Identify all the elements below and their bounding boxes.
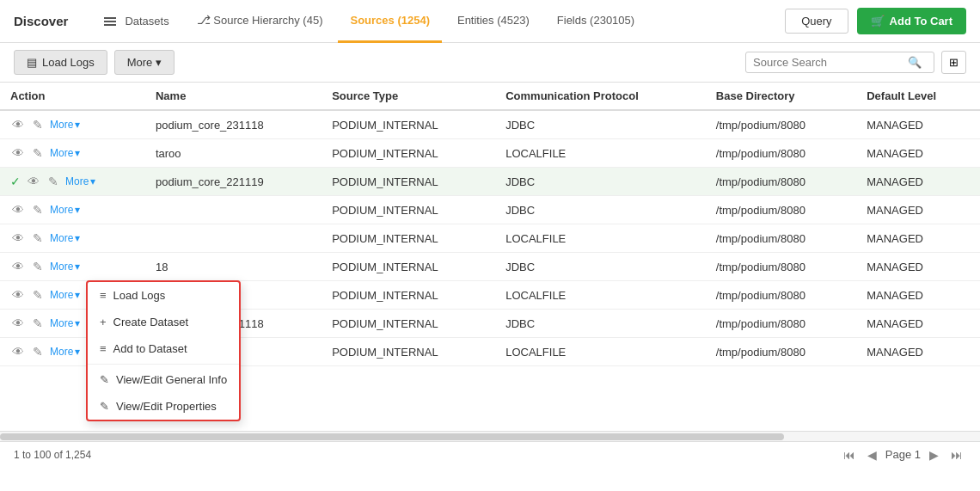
col-comm-protocol: Communication Protocol xyxy=(495,83,706,110)
source-search-box[interactable]: 🔍 xyxy=(745,52,934,73)
page-label: Page 1 xyxy=(885,448,921,461)
view-icon[interactable]: 👁 xyxy=(26,173,41,190)
search-icon: 🔍 xyxy=(908,56,922,69)
dropdown-item-label: View/Edit Properties xyxy=(116,400,217,413)
source-hierarchy-tab[interactable]: ⎇ Source Hierarchy (45) xyxy=(185,0,335,43)
more-link[interactable]: More ▾ xyxy=(50,119,80,131)
last-page-button[interactable]: ⏭ xyxy=(947,446,966,463)
source-type-cell: PODIUM_INTERNAL xyxy=(322,110,495,139)
check-icon: ✓ xyxy=(10,175,21,188)
menu-divider xyxy=(88,364,239,365)
source-type-cell: PODIUM_INTERNAL xyxy=(322,139,495,168)
grid-icon: ⊞ xyxy=(949,56,959,69)
source-search-input[interactable] xyxy=(753,56,908,69)
default-level-cell: MANAGED xyxy=(856,139,980,168)
dropdown-item[interactable]: ✎View/Edit Properties xyxy=(88,393,239,420)
caret-icon: ▾ xyxy=(75,232,80,244)
footer: 1 to 100 of 1,254 ⏮ ◀ Page 1 ▶ ⏭ xyxy=(0,441,980,467)
default-level-cell: MANAGED xyxy=(856,224,980,253)
view-icon[interactable]: 👁 xyxy=(10,144,26,162)
base-dir-cell: /tmp/podium/8080 xyxy=(706,224,856,253)
more-link[interactable]: More ▾ xyxy=(50,289,80,301)
action-cell: ✓ 👁 ✎ More ▾ xyxy=(0,168,145,196)
base-dir-cell: /tmp/podium/8080 xyxy=(706,110,856,139)
view-icon[interactable]: 👁 xyxy=(10,315,26,332)
more-link[interactable]: More ▾ xyxy=(50,232,80,244)
comm-protocol-cell: JDBC xyxy=(495,168,706,196)
more-link[interactable]: More ▾ xyxy=(50,147,80,159)
scrollbar-thumb[interactable] xyxy=(0,433,784,440)
edit-icon[interactable]: ✎ xyxy=(31,116,45,133)
source-type-cell: PODIUM_INTERNAL xyxy=(322,196,495,224)
name-cell: 18 xyxy=(145,253,322,281)
caret-icon: ▾ xyxy=(75,289,80,301)
dropdown-item[interactable]: ≡Load Logs xyxy=(88,282,239,309)
dropdown-item[interactable]: ✎View/Edit General Info xyxy=(88,366,239,393)
view-icon[interactable]: 👁 xyxy=(10,258,26,275)
default-level-cell: MANAGED xyxy=(856,338,980,366)
default-level-cell: MANAGED xyxy=(856,196,980,224)
edit-icon[interactable]: ✎ xyxy=(31,201,45,218)
edit-icon[interactable]: ✎ xyxy=(31,286,45,304)
table-icon: ▤ xyxy=(27,56,37,69)
dropdown-item[interactable]: +Create Dataset xyxy=(88,309,239,335)
action-cell: 👁 ✎ More ▾ xyxy=(0,110,145,139)
more-link[interactable]: More ▾ xyxy=(50,317,80,329)
pagination: ⏮ ◀ Page 1 ▶ ⏭ xyxy=(840,446,966,463)
view-icon[interactable]: 👁 xyxy=(10,230,26,247)
default-level-cell: MANAGED xyxy=(856,253,980,281)
table-container: Action Name Source Type Communication Pr… xyxy=(0,83,980,431)
view-icon[interactable]: 👁 xyxy=(10,201,26,218)
more-link[interactable]: More ▾ xyxy=(65,175,95,187)
more-link[interactable]: More ▾ xyxy=(50,261,80,273)
col-default-level: Default Level xyxy=(856,83,980,110)
comm-protocol-cell: JDBC xyxy=(495,310,706,338)
toolbar: ▤ Load Logs More ▾ 🔍 ⊞ xyxy=(0,43,980,83)
edit-icon[interactable]: ✎ xyxy=(46,173,60,190)
table-row: 👁 ✎ More ▾ tarooPODIUM_INTERNALLOCALFILE… xyxy=(0,139,980,168)
source-type-cell: PODIUM_INTERNAL xyxy=(322,224,495,253)
caret-icon: ▾ xyxy=(75,261,80,273)
view-icon[interactable]: 👁 xyxy=(10,116,26,133)
edit-icon[interactable]: ✎ xyxy=(31,230,45,247)
next-page-button[interactable]: ▶ xyxy=(926,446,942,463)
query-button[interactable]: Query xyxy=(785,9,848,34)
col-name: Name xyxy=(145,83,322,110)
add-to-cart-button[interactable]: 🛒 Add To Cart xyxy=(857,8,966,34)
view-icon[interactable]: 👁 xyxy=(10,286,26,304)
name-cell: podium_core_231118 xyxy=(145,110,322,139)
base-dir-cell: /tmp/podium/8080 xyxy=(706,196,856,224)
grid-view-button[interactable]: ⊞ xyxy=(941,51,966,74)
datasets-tab[interactable]: Datasets xyxy=(89,0,181,43)
edit-icon[interactable]: ✎ xyxy=(31,343,45,360)
edit-icon[interactable]: ✎ xyxy=(31,144,45,162)
more-dropdown-button[interactable]: More ▾ xyxy=(114,50,175,75)
more-link[interactable]: More ▾ xyxy=(50,346,80,358)
fields-tab[interactable]: Fields (230105) xyxy=(545,0,646,43)
more-link[interactable]: More ▾ xyxy=(50,204,80,216)
table-row: 👁 ✎ More ▾ 18PODIUM_INTERNALJDBC/tmp/pod… xyxy=(0,253,980,281)
prev-page-button[interactable]: ◀ xyxy=(864,446,880,463)
load-logs-button[interactable]: ▤ Load Logs xyxy=(14,50,107,75)
first-page-button[interactable]: ⏮ xyxy=(840,446,859,463)
comm-protocol-cell: LOCALFILE xyxy=(495,338,706,366)
hierarchy-icon: ⎇ xyxy=(197,13,211,27)
default-level-cell: MANAGED xyxy=(856,110,980,139)
caret-down-icon: ▾ xyxy=(156,56,162,69)
entities-tab[interactable]: Entities (4523) xyxy=(445,0,542,43)
dropdown-item-label: Create Dataset xyxy=(113,316,188,328)
app-title: Discover xyxy=(14,14,68,28)
view-icon[interactable]: 👁 xyxy=(10,343,26,360)
nav-tabs: Datasets ⎇ Source Hierarchy (45) Sources… xyxy=(89,0,785,43)
edit-icon[interactable]: ✎ xyxy=(31,315,45,332)
dropdown-item[interactable]: ≡Add to Dataset xyxy=(88,335,239,362)
sources-tab[interactable]: Sources (1254) xyxy=(338,0,442,43)
more-dropdown-menu: ≡Load Logs+Create Dataset≡Add to Dataset… xyxy=(86,280,241,421)
edit-icon[interactable]: ✎ xyxy=(31,258,45,275)
hamburger-icon xyxy=(101,14,119,29)
default-level-cell: MANAGED xyxy=(856,310,980,338)
comm-protocol-cell: LOCALFILE xyxy=(495,224,706,253)
horizontal-scrollbar[interactable] xyxy=(0,431,980,441)
comm-protocol-cell: LOCALFILE xyxy=(495,281,706,310)
caret-icon: ▾ xyxy=(75,317,80,329)
